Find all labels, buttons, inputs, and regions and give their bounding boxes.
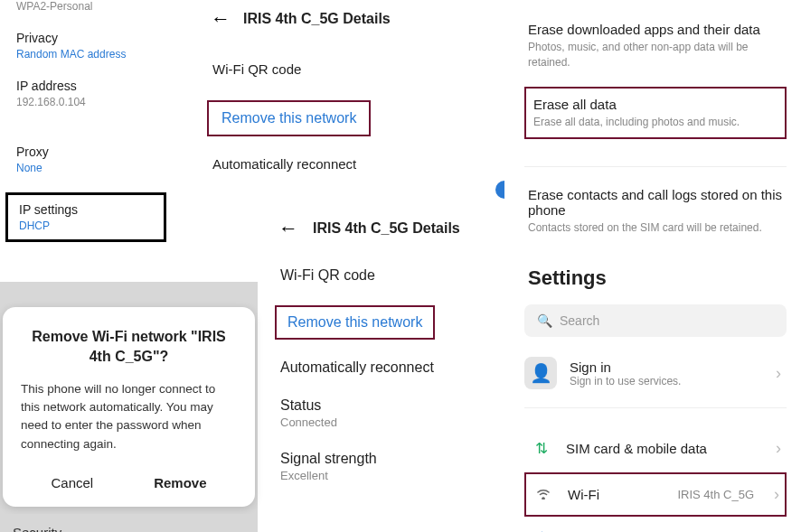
- ip-address-setting: IP address 192.168.0.104: [0, 79, 172, 108]
- chevron-right-icon: ›: [776, 364, 781, 383]
- sign-in-label: Sign in: [570, 359, 763, 375]
- wifi-row[interactable]: Wi-Fi IRIS 4th C_5G ›: [526, 474, 785, 515]
- sign-in-row[interactable]: 👤 Sign in Sign in to use services. ›: [524, 357, 787, 389]
- wifi-qr-code-2[interactable]: Wi-Fi QR code: [271, 267, 497, 284]
- network-details-title: IRIS 4th C_5G Details: [243, 11, 391, 27]
- remove-button[interactable]: Remove: [143, 470, 217, 496]
- auto-reconnect-2[interactable]: Automatically reconnect: [271, 359, 497, 376]
- erase-contacts-item[interactable]: Erase contacts and call logs stored on t…: [524, 187, 787, 236]
- proxy-label: Proxy: [16, 145, 155, 159]
- privacy-setting[interactable]: Privacy Random MAC address: [0, 31, 172, 61]
- erase-all-label: Erase all data: [533, 97, 777, 112]
- scroll-indicator: [495, 181, 504, 199]
- remove-network-highlight: Remove this network: [207, 100, 371, 136]
- back-arrow-icon[interactable]: ←: [211, 7, 231, 31]
- wifi-qr-code[interactable]: Wi-Fi QR code: [203, 61, 411, 77]
- erase-apps-label: Erase downloaded apps and their data: [528, 22, 783, 37]
- search-icon: 🔍: [537, 313, 552, 328]
- bluetooth-row[interactable]: Bluetooth Off ›: [524, 520, 787, 532]
- remove-network-link-2[interactable]: Remove this network: [287, 314, 422, 331]
- cancel-button[interactable]: Cancel: [40, 470, 104, 496]
- dialog-body: This phone will no longer connect to thi…: [21, 380, 237, 453]
- signal-label: Signal strength: [280, 451, 497, 467]
- status-block: Status Connected: [271, 397, 497, 429]
- search-placeholder: Search: [560, 313, 599, 328]
- settings-heading: Settings: [528, 266, 787, 290]
- chevron-right-icon: ›: [774, 485, 779, 504]
- sim-label: SIM card & mobile data: [566, 441, 761, 456]
- erase-apps-sub: Photos, music, and other non-app data wi…: [528, 40, 783, 70]
- remove-network-highlight-2: Remove this network: [275, 305, 435, 340]
- back-arrow-icon-2[interactable]: ←: [278, 217, 298, 240]
- proxy-setting[interactable]: Proxy None: [0, 145, 172, 174]
- wifi-row-highlight: Wi-Fi IRIS 4th C_5G ›: [524, 472, 787, 517]
- erase-apps-item[interactable]: Erase downloaded apps and their data Pho…: [524, 22, 787, 70]
- erase-all-highlight[interactable]: Erase all data Erase all data, including…: [524, 87, 787, 140]
- ip-settings-label: IP settings: [19, 202, 153, 217]
- divider: [524, 166, 787, 167]
- ip-address-value: 192.168.0.104: [16, 96, 155, 108]
- erase-contacts-sub: Contacts stored on the SIM card will be …: [528, 220, 783, 236]
- wifi-icon: [533, 486, 553, 504]
- erase-all-sub: Erase all data, including photos and mus…: [533, 115, 777, 130]
- status-label: Status: [280, 397, 497, 414]
- status-value: Connected: [280, 415, 497, 429]
- ip-settings-highlight[interactable]: IP settings DHCP: [5, 192, 166, 242]
- proxy-value: None: [16, 162, 155, 174]
- privacy-value: Random MAC address: [16, 48, 155, 61]
- network-details-title-2: IRIS 4th C_5G Details: [313, 220, 460, 237]
- signal-value: Excellent: [280, 469, 497, 482]
- chevron-right-icon: ›: [776, 439, 781, 458]
- remove-network-dialog: Remove Wi-Fi network "IRIS 4th C_5G"? Th…: [3, 307, 255, 507]
- remove-network-link[interactable]: Remove this network: [221, 110, 356, 126]
- dialog-title: Remove Wi-Fi network "IRIS 4th C_5G"?: [21, 327, 237, 368]
- ip-settings-value: DHCP: [19, 219, 153, 232]
- signal-block: Signal strength Excellent: [271, 451, 497, 482]
- divider-2: [524, 407, 787, 408]
- wifi-value: IRIS 4th C_5G: [677, 488, 754, 501]
- search-input[interactable]: 🔍 Search: [524, 304, 787, 337]
- sim-icon: ⇅: [532, 439, 551, 458]
- sign-in-sub: Sign in to use services.: [570, 375, 763, 387]
- sim-row[interactable]: ⇅ SIM card & mobile data ›: [524, 428, 787, 469]
- security-row[interactable]: Security: [0, 514, 258, 532]
- auto-reconnect[interactable]: Automatically reconnect: [203, 156, 411, 172]
- ip-address-label: IP address: [16, 79, 155, 93]
- privacy-label: Privacy: [16, 31, 155, 45]
- avatar-icon: 👤: [524, 357, 557, 389]
- wifi-label: Wi-Fi: [568, 487, 663, 502]
- security-value: WPA2-Personal: [16, 0, 155, 13]
- erase-contacts-label: Erase contacts and call logs stored on t…: [528, 187, 783, 218]
